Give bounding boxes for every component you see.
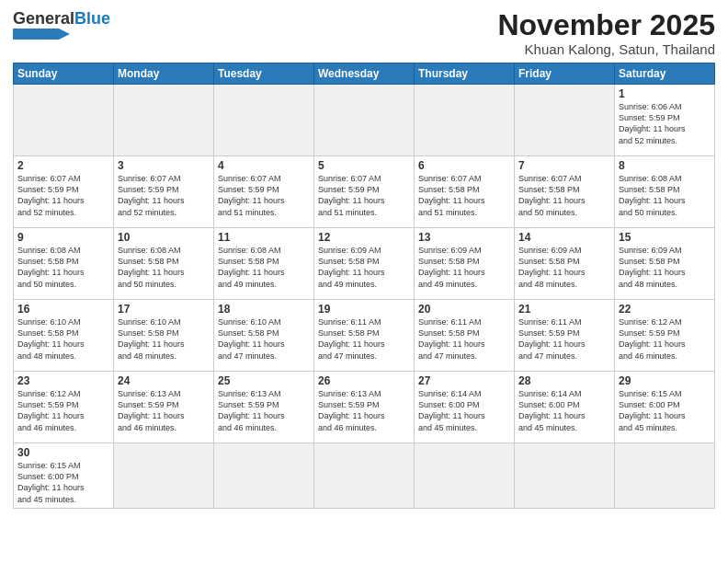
logo-triangle — [13, 29, 70, 40]
calendar-cell: 3Sunrise: 6:07 AM Sunset: 5:59 PM Daylig… — [114, 156, 214, 228]
day-number: 28 — [518, 374, 610, 387]
calendar-cell: 20Sunrise: 6:11 AM Sunset: 5:58 PM Dayli… — [415, 300, 515, 372]
day-number: 29 — [619, 374, 711, 387]
cell-info: Sunrise: 6:11 AM Sunset: 5:59 PM Dayligh… — [518, 316, 610, 362]
day-number: 5 — [318, 159, 410, 172]
calendar-cell: 19Sunrise: 6:11 AM Sunset: 5:58 PM Dayli… — [314, 300, 415, 372]
day-number: 17 — [118, 303, 210, 316]
day-number: 13 — [418, 231, 510, 244]
day-number: 22 — [619, 303, 711, 316]
title-block: November 2025 Khuan Kalong, Satun, Thail… — [497, 9, 715, 57]
day-number: 3 — [118, 159, 210, 172]
header: General Blue November 2025 Khuan Kalong,… — [13, 9, 715, 57]
calendar-cell: 2Sunrise: 6:07 AM Sunset: 5:59 PM Daylig… — [14, 156, 114, 228]
calendar-cell: 26Sunrise: 6:13 AM Sunset: 5:59 PM Dayli… — [314, 372, 415, 443]
calendar-cell — [14, 85, 114, 156]
day-number: 23 — [17, 374, 109, 387]
calendar-cell: 24Sunrise: 6:13 AM Sunset: 5:59 PM Dayli… — [114, 372, 214, 443]
day-number: 19 — [318, 303, 410, 316]
calendar-cell: 16Sunrise: 6:10 AM Sunset: 5:58 PM Dayli… — [14, 300, 114, 372]
cell-info: Sunrise: 6:13 AM Sunset: 5:59 PM Dayligh… — [218, 388, 310, 433]
cell-info: Sunrise: 6:08 AM Sunset: 5:58 PM Dayligh… — [619, 173, 711, 218]
cell-info: Sunrise: 6:14 AM Sunset: 6:00 PM Dayligh… — [418, 388, 510, 433]
cell-info: Sunrise: 6:11 AM Sunset: 5:58 PM Dayligh… — [318, 316, 410, 362]
cell-info: Sunrise: 6:10 AM Sunset: 5:58 PM Dayligh… — [118, 316, 210, 362]
calendar-cell: 9Sunrise: 6:08 AM Sunset: 5:58 PM Daylig… — [14, 228, 114, 300]
day-number: 15 — [619, 231, 711, 244]
cell-info: Sunrise: 6:06 AM Sunset: 5:59 PM Dayligh… — [619, 101, 711, 146]
calendar-cell: 14Sunrise: 6:09 AM Sunset: 5:58 PM Dayli… — [515, 228, 615, 300]
weekday-monday: Monday — [114, 63, 214, 85]
calendar-cell: 8Sunrise: 6:08 AM Sunset: 5:58 PM Daylig… — [615, 156, 715, 228]
cell-info: Sunrise: 6:09 AM Sunset: 5:58 PM Dayligh… — [318, 245, 410, 290]
cell-info: Sunrise: 6:07 AM Sunset: 5:58 PM Dayligh… — [418, 173, 510, 218]
weekday-sunday: Sunday — [14, 63, 114, 85]
cell-info: Sunrise: 6:07 AM Sunset: 5:59 PM Dayligh… — [17, 173, 109, 218]
month-title: November 2025 — [497, 9, 715, 41]
cell-info: Sunrise: 6:11 AM Sunset: 5:58 PM Dayligh… — [418, 316, 510, 362]
calendar-cell — [415, 443, 515, 509]
cell-info: Sunrise: 6:09 AM Sunset: 5:58 PM Dayligh… — [418, 245, 510, 290]
calendar-cell — [114, 443, 214, 509]
day-number: 20 — [418, 303, 510, 316]
calendar-cell — [114, 85, 214, 156]
weekday-wednesday: Wednesday — [314, 63, 415, 85]
day-number: 8 — [619, 159, 711, 172]
logo: General Blue — [13, 9, 110, 40]
cell-info: Sunrise: 6:09 AM Sunset: 5:58 PM Dayligh… — [619, 245, 711, 290]
weekday-tuesday: Tuesday — [214, 63, 314, 85]
day-number: 30 — [17, 446, 109, 459]
calendar-cell — [214, 443, 314, 509]
calendar-cell: 12Sunrise: 6:09 AM Sunset: 5:58 PM Dayli… — [314, 228, 415, 300]
calendar-cell: 21Sunrise: 6:11 AM Sunset: 5:59 PM Dayli… — [515, 300, 615, 372]
calendar-cell: 27Sunrise: 6:14 AM Sunset: 6:00 PM Dayli… — [415, 372, 515, 443]
calendar-cell: 18Sunrise: 6:10 AM Sunset: 5:58 PM Dayli… — [214, 300, 314, 372]
day-number: 9 — [17, 231, 109, 244]
week-row-5: 23Sunrise: 6:12 AM Sunset: 5:59 PM Dayli… — [14, 372, 715, 443]
cell-info: Sunrise: 6:08 AM Sunset: 5:58 PM Dayligh… — [218, 245, 310, 290]
day-number: 16 — [17, 303, 109, 316]
svg-marker-0 — [13, 29, 70, 40]
day-number: 10 — [118, 231, 210, 244]
day-number: 12 — [318, 231, 410, 244]
day-number: 25 — [218, 374, 310, 387]
week-row-3: 9Sunrise: 6:08 AM Sunset: 5:58 PM Daylig… — [14, 228, 715, 300]
cell-info: Sunrise: 6:12 AM Sunset: 5:59 PM Dayligh… — [619, 316, 711, 362]
weekday-friday: Friday — [515, 63, 615, 85]
calendar-cell — [515, 85, 615, 156]
calendar-cell — [515, 443, 615, 509]
logo-text-blue: Blue — [74, 9, 110, 29]
calendar-cell: 4Sunrise: 6:07 AM Sunset: 5:59 PM Daylig… — [214, 156, 314, 228]
week-row-4: 16Sunrise: 6:10 AM Sunset: 5:58 PM Dayli… — [14, 300, 715, 372]
cell-info: Sunrise: 6:12 AM Sunset: 5:59 PM Dayligh… — [17, 388, 109, 433]
day-number: 14 — [518, 231, 610, 244]
location-title: Khuan Kalong, Satun, Thailand — [497, 41, 715, 57]
day-number: 27 — [418, 374, 510, 387]
week-row-1: 1Sunrise: 6:06 AM Sunset: 5:59 PM Daylig… — [14, 85, 715, 156]
calendar-cell: 28Sunrise: 6:14 AM Sunset: 6:00 PM Dayli… — [515, 372, 615, 443]
calendar-cell: 22Sunrise: 6:12 AM Sunset: 5:59 PM Dayli… — [615, 300, 715, 372]
day-number: 21 — [518, 303, 610, 316]
calendar-cell — [214, 85, 314, 156]
calendar-cell: 30Sunrise: 6:15 AM Sunset: 6:00 PM Dayli… — [14, 443, 114, 509]
cell-info: Sunrise: 6:10 AM Sunset: 5:58 PM Dayligh… — [218, 316, 310, 362]
calendar-cell: 17Sunrise: 6:10 AM Sunset: 5:58 PM Dayli… — [114, 300, 214, 372]
cell-info: Sunrise: 6:10 AM Sunset: 5:58 PM Dayligh… — [17, 316, 109, 362]
weekday-thursday: Thursday — [415, 63, 515, 85]
cell-info: Sunrise: 6:13 AM Sunset: 5:59 PM Dayligh… — [318, 388, 410, 433]
day-number: 18 — [218, 303, 310, 316]
cell-info: Sunrise: 6:07 AM Sunset: 5:59 PM Dayligh… — [218, 173, 310, 218]
cell-info: Sunrise: 6:09 AM Sunset: 5:58 PM Dayligh… — [518, 245, 610, 290]
calendar-cell — [615, 443, 715, 509]
day-number: 11 — [218, 231, 310, 244]
cell-info: Sunrise: 6:07 AM Sunset: 5:58 PM Dayligh… — [518, 173, 610, 218]
calendar-cell — [314, 443, 415, 509]
week-row-6: 30Sunrise: 6:15 AM Sunset: 6:00 PM Dayli… — [14, 443, 715, 509]
day-number: 4 — [218, 159, 310, 172]
cell-info: Sunrise: 6:07 AM Sunset: 5:59 PM Dayligh… — [118, 173, 210, 218]
calendar: SundayMondayTuesdayWednesdayThursdayFrid… — [13, 63, 715, 509]
calendar-cell: 11Sunrise: 6:08 AM Sunset: 5:58 PM Dayli… — [214, 228, 314, 300]
week-row-2: 2Sunrise: 6:07 AM Sunset: 5:59 PM Daylig… — [14, 156, 715, 228]
calendar-cell: 10Sunrise: 6:08 AM Sunset: 5:58 PM Dayli… — [114, 228, 214, 300]
page: General Blue November 2025 Khuan Kalong,… — [0, 0, 728, 563]
